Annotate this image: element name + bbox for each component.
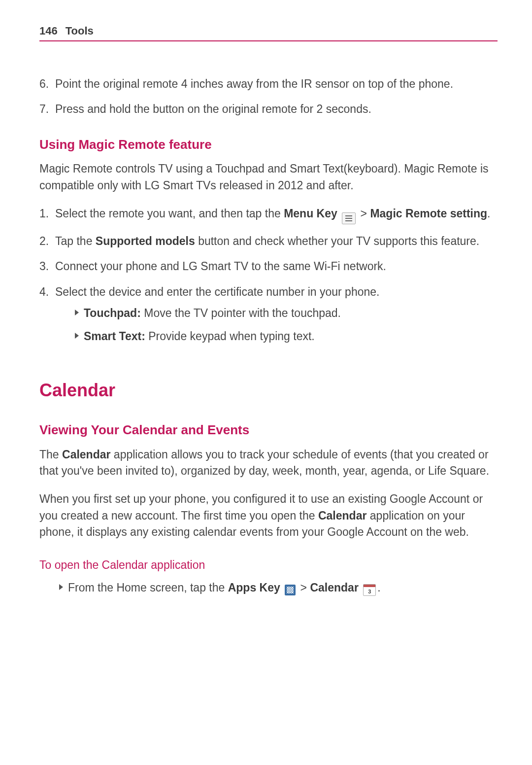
apps-key-icon (285, 585, 296, 595)
calendar-p2: When you first set up your phone, you co… (39, 491, 498, 540)
bullet-touchpad: Touchpad: Move the TV pointer with the t… (75, 305, 498, 321)
step-text: Connect your phone and LG Smart TV to th… (55, 258, 386, 275)
menu-key-label: Menu Key (284, 207, 337, 220)
magic-step-2: 2. Tap the Supported models button and c… (39, 233, 498, 249)
magic-steps-list: 1. Select the remote you want, and then … (39, 206, 498, 352)
heading-viewing-calendar: Viewing Your Calendar and Events (39, 421, 498, 440)
heading-calendar: Calendar (39, 378, 498, 403)
continued-steps-list: 6. Point the original remote 4 inches aw… (39, 76, 498, 118)
open-calendar-step: From the Home screen, tap the Apps Key >… (59, 580, 498, 596)
step-6: 6. Point the original remote 4 inches aw… (39, 76, 498, 92)
heading-open-calendar: To open the Calendar application (39, 557, 498, 573)
step-number: 1. (39, 206, 55, 224)
triangle-bullet-icon (59, 584, 63, 590)
section-title: Tools (66, 25, 94, 37)
step-text: Tap the Supported models button and chec… (55, 233, 479, 249)
triangle-bullet-icon (75, 310, 79, 315)
step-text: Point the original remote 4 inches away … (55, 76, 453, 92)
manual-page: 146 Tools 6. Point the original remote 4… (0, 0, 532, 765)
feature-bullets: Touchpad: Move the TV pointer with the t… (55, 305, 498, 345)
magic-remote-setting-label: Magic Remote setting (370, 207, 487, 220)
step-text: Select the device and enter the certific… (55, 284, 498, 352)
page-body: 6. Point the original remote 4 inches aw… (39, 76, 498, 596)
page-number: 146 (39, 25, 58, 37)
calendar-app-name: Calendar (62, 448, 110, 461)
menu-icon (342, 212, 356, 224)
step-number: 2. (39, 233, 55, 249)
heading-magic-remote: Using Magic Remote feature (39, 136, 498, 154)
magic-step-3: 3. Connect your phone and LG Smart TV to… (39, 258, 498, 275)
step-text: Select the remote you want, and then tap… (55, 206, 491, 224)
step-text: Press and hold the button on the origina… (55, 101, 371, 117)
calendar-app-name: Calendar (318, 509, 366, 522)
open-calendar-steps: From the Home screen, tap the Apps Key >… (39, 580, 498, 596)
supported-models-label: Supported models (96, 235, 195, 247)
step-7: 7. Press and hold the button on the orig… (39, 101, 498, 117)
step-number: 3. (39, 258, 55, 275)
magic-step-4: 4. Select the device and enter the certi… (39, 284, 498, 352)
smart-text-label: Smart Text: (84, 330, 145, 343)
calendar-p1: The Calendar application allows you to t… (39, 447, 498, 480)
triangle-bullet-icon (75, 333, 79, 339)
step-number: 4. (39, 284, 55, 352)
calendar-icon: 3 (363, 584, 376, 596)
touchpad-label: Touchpad: (84, 307, 141, 319)
step-number: 7. (39, 101, 55, 117)
page-header: 146 Tools (39, 25, 498, 41)
magic-intro: Magic Remote controls TV using a Touchpa… (39, 161, 498, 194)
calendar-label: Calendar (310, 581, 358, 594)
apps-key-label: Apps Key (228, 581, 280, 594)
magic-step-1: 1. Select the remote you want, and then … (39, 206, 498, 224)
step-number: 6. (39, 76, 55, 92)
bullet-smart-text: Smart Text: Provide keypad when typing t… (75, 328, 498, 345)
